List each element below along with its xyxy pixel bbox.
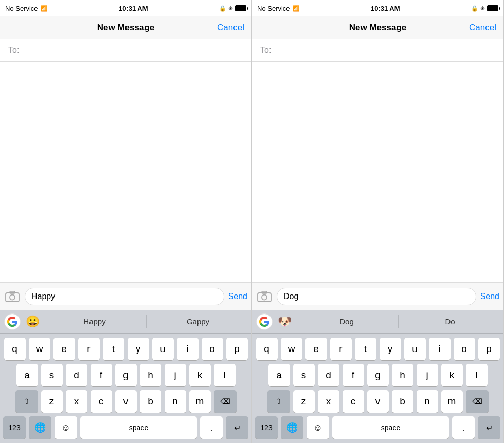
cancel-button-left[interactable]: Cancel <box>217 23 244 33</box>
key-123-left[interactable]: 123 <box>3 416 26 439</box>
panel-right: No Service 📶 10:31 AM 🔒 ✳ New Message Ca… <box>252 0 504 443</box>
key-t-right[interactable]: t <box>355 338 376 360</box>
suggestion-1-right[interactable]: Dog <box>295 315 399 328</box>
backspace-key-left[interactable]: ⌫ <box>214 390 237 413</box>
key-e-right[interactable]: e <box>305 338 327 360</box>
shift-key-left[interactable]: ⇧ <box>15 390 38 413</box>
key-p-right[interactable]: p <box>478 338 500 360</box>
suggestion-2-left[interactable]: Gappy <box>147 315 249 328</box>
key-c-left[interactable]: c <box>91 390 112 413</box>
service-label-right: No Service <box>257 5 290 12</box>
key-i-right[interactable]: i <box>429 338 451 360</box>
key-m-left[interactable]: m <box>189 390 211 413</box>
to-field-right: To: <box>252 39 503 62</box>
key-z-right[interactable]: z <box>293 390 315 413</box>
period-key-right[interactable]: . <box>452 416 475 439</box>
send-button-right[interactable]: Send <box>480 292 499 301</box>
keyboard-left: q w e r t y u i o p a s d f g h j k l ⇧ … <box>0 334 251 443</box>
key-w-right[interactable]: w <box>281 338 302 360</box>
key-h-left[interactable]: h <box>140 364 161 386</box>
key-123-right[interactable]: 123 <box>255 416 278 439</box>
key-o-right[interactable]: o <box>454 338 475 360</box>
battery-icon-right <box>487 5 498 11</box>
key-g-left[interactable]: g <box>115 364 137 386</box>
svg-point-4 <box>262 294 267 300</box>
key-u-left[interactable]: u <box>152 338 174 360</box>
svg-rect-2 <box>10 291 15 293</box>
return-key-left[interactable]: ↵ <box>226 416 248 439</box>
to-input-left[interactable] <box>22 46 243 55</box>
key-y-left[interactable]: y <box>128 338 149 360</box>
key-a-left[interactable]: a <box>16 364 38 386</box>
key-p-left[interactable]: p <box>226 338 248 360</box>
key-n-left[interactable]: n <box>165 390 186 413</box>
autocomplete-bar-right: 🐶 Dog Do <box>252 310 503 334</box>
svg-rect-5 <box>262 291 267 293</box>
key-v-right[interactable]: v <box>367 390 389 413</box>
key-l-left[interactable]: l <box>214 364 236 386</box>
message-area-right <box>252 62 503 282</box>
message-input-right[interactable] <box>277 288 476 305</box>
emoji-key-left[interactable]: ☺ <box>55 416 77 439</box>
camera-icon-left[interactable] <box>4 288 21 305</box>
key-s-right[interactable]: s <box>293 364 315 386</box>
key-q-left[interactable]: q <box>4 338 26 360</box>
nav-title-right: New Message <box>349 23 407 33</box>
key-f-left[interactable]: f <box>91 364 112 386</box>
key-m-right[interactable]: m <box>441 390 463 413</box>
wifi-icon-left: 📶 <box>41 5 48 12</box>
status-left-right: No Service 📶 <box>257 5 300 12</box>
send-button-left[interactable]: Send <box>228 292 247 301</box>
key-j-right[interactable]: j <box>417 364 438 386</box>
key-k-left[interactable]: k <box>189 364 211 386</box>
emoji-key-right[interactable]: ☺ <box>307 416 329 439</box>
cancel-button-right[interactable]: Cancel <box>469 23 496 33</box>
key-a-right[interactable]: a <box>268 364 290 386</box>
key-n-right[interactable]: n <box>417 390 438 413</box>
key-l-right[interactable]: l <box>466 364 488 386</box>
key-x-left[interactable]: x <box>66 390 87 413</box>
key-x-right[interactable]: x <box>318 390 339 413</box>
key-o-left[interactable]: o <box>202 338 223 360</box>
key-y-right[interactable]: y <box>380 338 401 360</box>
key-f-right[interactable]: f <box>343 364 364 386</box>
camera-icon-right[interactable] <box>256 288 273 305</box>
key-h-right[interactable]: h <box>392 364 413 386</box>
suggestion-2-right[interactable]: Do <box>399 315 501 328</box>
autocomplete-suggestions-right: Dog Do <box>295 315 501 328</box>
globe-key-left[interactable]: 🌐 <box>29 416 51 439</box>
backspace-key-right[interactable]: ⌫ <box>466 390 489 413</box>
key-z-left[interactable]: z <box>41 390 63 413</box>
key-s-left[interactable]: s <box>41 364 63 386</box>
autocomplete-emoji-left[interactable]: 😀 <box>23 311 43 332</box>
google-icon-right[interactable] <box>254 311 275 332</box>
key-b-right[interactable]: b <box>392 390 413 413</box>
key-w-left[interactable]: w <box>29 338 50 360</box>
key-t-left[interactable]: t <box>103 338 124 360</box>
return-key-right[interactable]: ↵ <box>478 416 500 439</box>
key-d-left[interactable]: d <box>66 364 87 386</box>
to-input-right[interactable] <box>274 46 495 55</box>
period-key-left[interactable]: . <box>200 416 223 439</box>
key-d-right[interactable]: d <box>318 364 339 386</box>
shift-key-right[interactable]: ⇧ <box>267 390 290 413</box>
key-j-left[interactable]: j <box>165 364 186 386</box>
key-i-left[interactable]: i <box>177 338 199 360</box>
key-g-right[interactable]: g <box>367 364 389 386</box>
message-input-left[interactable] <box>25 288 224 305</box>
key-q-right[interactable]: q <box>256 338 278 360</box>
space-key-left[interactable]: space <box>80 416 197 439</box>
suggestion-1-left[interactable]: Happy <box>43 315 147 328</box>
space-key-right[interactable]: space <box>332 416 449 439</box>
key-b-left[interactable]: b <box>140 390 161 413</box>
key-r-right[interactable]: r <box>330 338 352 360</box>
globe-key-right[interactable]: 🌐 <box>281 416 303 439</box>
key-e-left[interactable]: e <box>53 338 75 360</box>
key-v-left[interactable]: v <box>115 390 137 413</box>
key-r-left[interactable]: r <box>78 338 100 360</box>
key-u-right[interactable]: u <box>404 338 426 360</box>
key-c-right[interactable]: c <box>343 390 364 413</box>
google-icon-left[interactable] <box>2 311 23 332</box>
autocomplete-emoji-right[interactable]: 🐶 <box>275 311 295 332</box>
key-k-right[interactable]: k <box>441 364 463 386</box>
